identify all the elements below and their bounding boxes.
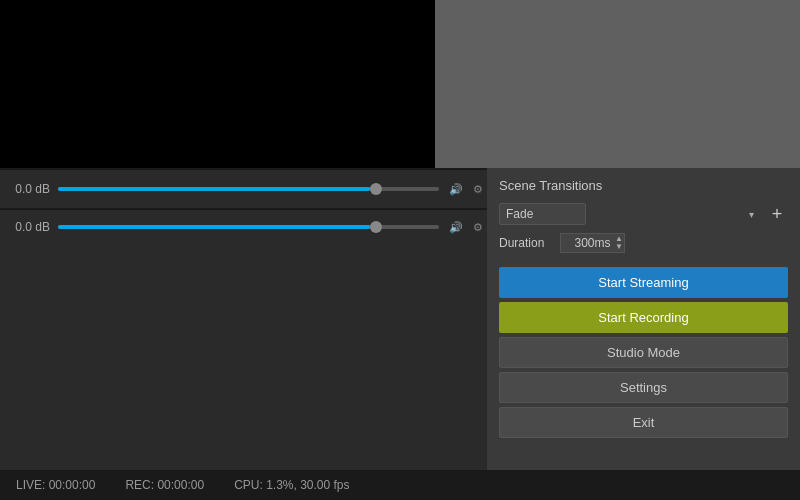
channel2-db: 0.0 dB [0, 220, 50, 234]
audio-mixer: 0.0 dB 🔊 ⚙ 0.0 dB [0, 168, 487, 470]
status-bar: LIVE: 00:00:00 REC: 00:00:00 CPU: 1.3%, … [0, 470, 800, 500]
cpu-status: CPU: 1.3%, 30.00 fps [234, 478, 349, 492]
channel1-controls: 🔊 ⚙ [447, 180, 487, 198]
audio-channel-2: 0.0 dB 🔊 ⚙ [0, 218, 487, 236]
divider-line [0, 208, 487, 210]
channel2-controls: 🔊 ⚙ [447, 218, 487, 236]
channel1-volume-btn[interactable]: 🔊 [447, 180, 465, 198]
action-buttons: Start Streaming Start Recording Studio M… [499, 267, 788, 438]
spinner-down[interactable]: ▼ [615, 243, 623, 251]
transition-select[interactable]: Fade Cut Swipe Slide Stinger Fade to Col… [499, 203, 586, 225]
channel1-thumb[interactable] [370, 183, 382, 195]
audio-channel-1: 0.0 dB 🔊 ⚙ [0, 180, 487, 198]
right-panel: Scene Transitions Fade Cut Swipe Slide S… [487, 168, 800, 470]
channel1-slider-wrapper[interactable] [58, 182, 439, 196]
rec-status: REC: 00:00:00 [125, 478, 204, 492]
preview-area [0, 0, 800, 168]
live-status: LIVE: 00:00:00 [16, 478, 95, 492]
right-preview [435, 0, 800, 168]
channel2-slider-wrapper[interactable] [58, 220, 439, 234]
spinner-arrows: ▲ ▼ [615, 233, 623, 253]
transition-select-wrapper: Fade Cut Swipe Slide Stinger Fade to Col… [499, 203, 760, 225]
duration-row: Duration ▲ ▼ [499, 233, 788, 253]
start-recording-button[interactable]: Start Recording [499, 302, 788, 333]
channel1-db: 0.0 dB [0, 182, 50, 196]
channel2-volume-btn[interactable]: 🔊 [447, 218, 465, 236]
channel2-fill [58, 225, 370, 229]
duration-spinner-wrapper: ▲ ▼ [560, 233, 625, 253]
channel2-thumb[interactable] [370, 221, 382, 233]
studio-mode-button[interactable]: Studio Mode [499, 337, 788, 368]
channel1-settings-btn[interactable]: ⚙ [469, 180, 487, 198]
start-streaming-button[interactable]: Start Streaming [499, 267, 788, 298]
transition-row: Fade Cut Swipe Slide Stinger Fade to Col… [499, 203, 788, 225]
scene-transitions-heading: Scene Transitions [499, 178, 788, 193]
settings-button[interactable]: Settings [499, 372, 788, 403]
add-transition-button[interactable]: + [766, 203, 788, 225]
exit-button[interactable]: Exit [499, 407, 788, 438]
channel2-settings-btn[interactable]: ⚙ [469, 218, 487, 236]
middle-area: 0.0 dB 🔊 ⚙ 0.0 dB [0, 168, 800, 470]
main-preview [0, 0, 435, 168]
channel1-fill [58, 187, 370, 191]
duration-label: Duration [499, 236, 554, 250]
